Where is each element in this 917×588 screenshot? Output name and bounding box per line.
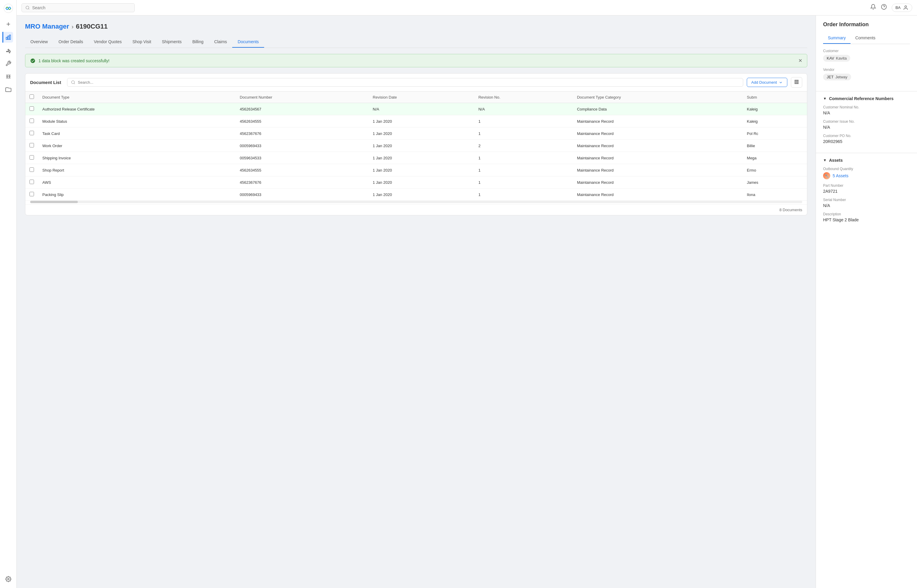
col-header-doc-number: Document Number	[235, 92, 368, 103]
topbar-right: BA	[870, 3, 912, 12]
row-checkbox-5[interactable]	[29, 167, 34, 172]
sidebar-item-folder[interactable]	[3, 84, 14, 95]
right-panel-header: Order Information Summary Comments	[816, 16, 917, 44]
customer-po-value: 20R02965	[823, 139, 910, 144]
doc-search-input[interactable]	[78, 80, 739, 85]
sidebar-item-tools[interactable]	[3, 58, 14, 69]
sidebar-item-add[interactable]	[3, 19, 14, 29]
dropdown-arrow-icon	[779, 81, 783, 85]
success-icon	[30, 58, 36, 63]
select-all-checkbox[interactable]	[29, 94, 34, 99]
cell-doc-type: Shop Report	[38, 164, 235, 176]
description-value: HPT Stage 2 Blade	[823, 218, 910, 222]
doc-footer: 8 Documents	[25, 204, 807, 215]
tab-vendor-quotes[interactable]: Vendor Quotes	[89, 36, 127, 48]
add-document-button[interactable]: Add Document	[747, 78, 787, 87]
part-number-label: Part Number	[823, 184, 910, 187]
customer-chip: KAV Kavita	[823, 55, 850, 61]
tab-order-details[interactable]: Order Details	[53, 36, 88, 48]
commercial-ref-section: ▼ Commercial Reference Numbers Customer …	[816, 91, 917, 153]
cell-doc-type-category: Maintainance Record	[573, 189, 743, 201]
cell-doc-type: Authorized Release Certificate	[38, 103, 235, 115]
table-row: Authorized Release Certificate 456263456…	[25, 103, 807, 115]
svg-rect-14	[795, 80, 795, 84]
cell-doc-type-category: Maintainance Record	[573, 164, 743, 176]
tab-billing[interactable]: Billing	[187, 36, 209, 48]
svg-rect-16	[797, 80, 798, 84]
vendor-chip: JET Jetway	[823, 74, 851, 81]
table-scrollbar[interactable]	[30, 201, 802, 203]
content-area: MRO Manager › 6190CG11 Overview Order De…	[17, 16, 917, 588]
toggle-collapse-icon: ▼	[823, 97, 827, 101]
cell-revision-date: 1 Jan 2020	[368, 152, 474, 164]
doc-search-box[interactable]	[67, 78, 743, 87]
document-list-title: Document List	[30, 80, 61, 85]
row-checkbox-4[interactable]	[29, 155, 34, 160]
panel-tab-summary[interactable]: Summary	[823, 32, 851, 44]
topbar: BA	[17, 0, 917, 16]
tab-shipments[interactable]: Shipments	[157, 36, 187, 48]
cell-doc-number: 4562634555	[235, 164, 368, 176]
row-checkbox-1[interactable]	[29, 118, 34, 123]
tab-shop-visit[interactable]: Shop Visit	[127, 36, 157, 48]
breadcrumb-parent[interactable]: MRO Manager	[25, 23, 69, 31]
tab-documents[interactable]: Documents	[232, 36, 264, 48]
columns-button[interactable]	[791, 77, 802, 87]
breadcrumb-separator: ›	[71, 23, 74, 30]
cell-submitted-by: Mega	[743, 152, 807, 164]
row-checkbox-2[interactable]	[29, 131, 34, 135]
svg-point-11	[905, 6, 907, 8]
cell-doc-number: 0005969433	[235, 189, 368, 201]
cell-doc-type: Work Order	[38, 140, 235, 152]
outbound-qty-label: Outbound Quantity	[823, 167, 910, 171]
commercial-ref-toggle[interactable]: ▼ Commercial Reference Numbers	[823, 96, 910, 101]
assets-count-link[interactable]: 5 Assets	[833, 173, 849, 178]
customer-nominal-field: Customer Nominal No. N/A	[823, 105, 910, 115]
user-icon	[903, 5, 908, 10]
svg-line-8	[28, 8, 29, 9]
cell-doc-number: 4562634567	[235, 103, 368, 115]
customer-nominal-label: Customer Nominal No.	[823, 105, 910, 109]
cell-doc-number: 0059634533	[235, 152, 368, 164]
search-input[interactable]	[32, 5, 131, 10]
cell-revision-date: 1 Jan 2020	[368, 128, 474, 140]
row-checkbox-6[interactable]	[29, 179, 34, 184]
assets-toggle[interactable]: ▼ Assets	[823, 158, 910, 163]
col-header-doc-type: Document Type	[38, 92, 235, 103]
tab-claims[interactable]: Claims	[209, 36, 233, 48]
tab-overview[interactable]: Overview	[25, 36, 53, 48]
cell-doc-number: 4562367676	[235, 128, 368, 140]
alert-close-button[interactable]: ✕	[798, 58, 802, 63]
sidebar-item-settings[interactable]	[3, 574, 14, 585]
cell-submitted-by: James	[743, 176, 807, 189]
user-badge[interactable]: BA	[892, 3, 912, 12]
app-logo[interactable]	[3, 3, 13, 14]
serial-number-field: Serial Number N/A	[823, 198, 910, 208]
panel-tabs: Summary Comments	[823, 32, 910, 44]
notifications-icon[interactable]	[870, 4, 876, 11]
row-checkbox-0[interactable]	[29, 107, 34, 111]
cell-submitted-by: Pol Rc	[743, 128, 807, 140]
row-checkbox-7[interactable]	[29, 192, 34, 196]
sidebar-item-routes[interactable]	[3, 71, 14, 82]
svg-rect-4	[8, 36, 9, 40]
sidebar-item-flights[interactable]	[3, 45, 14, 56]
row-checkbox-3[interactable]	[29, 143, 34, 147]
sidebar-item-dashboard[interactable]	[2, 32, 13, 43]
cell-revision-no: 1	[474, 164, 573, 176]
customer-label: Customer	[823, 49, 910, 53]
help-icon[interactable]	[881, 4, 887, 11]
breadcrumb-current: 6190CG11	[76, 23, 108, 31]
description-field: Description HPT Stage 2 Blade	[823, 212, 910, 222]
panel-tab-comments[interactable]: Comments	[851, 32, 880, 44]
col-header-doc-type-category: Document Type Category	[573, 92, 743, 103]
alert-message: 1 data block was created successfully!	[39, 58, 795, 63]
assets-icon: 🔧	[823, 172, 830, 179]
col-header-submitted-by: Subm	[743, 92, 807, 103]
cell-revision-date: 1 Jan 2020	[368, 189, 474, 201]
search-box[interactable]	[21, 3, 135, 12]
sidebar	[0, 0, 17, 588]
panel-body: Customer KAV Kavita Vendor JET Jetway	[816, 44, 917, 91]
cell-revision-no: 1	[474, 176, 573, 189]
customer-nominal-value: N/A	[823, 110, 910, 115]
